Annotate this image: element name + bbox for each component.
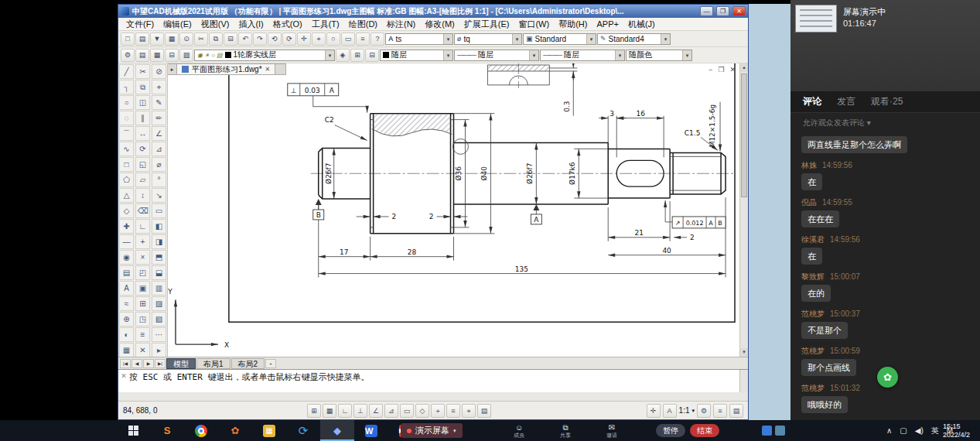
chevron-down-icon[interactable]: ▾ [661,34,670,44]
status-toggle-button[interactable]: ≡ [446,404,460,418]
menu-item[interactable]: 编辑(E) [159,19,196,30]
chevron-down-icon[interactable]: ▾ [691,408,695,414]
tab-add-icon[interactable]: + [265,359,276,368]
tool-icon[interactable]: ⟳ [135,142,150,156]
toolbar-button[interactable]: ⊙ [179,32,193,46]
scale-indicator[interactable]: 1:1 [679,406,690,415]
tool-icon[interactable]: ◨ [152,234,166,249]
tool-icon[interactable]: ∟ [135,219,150,234]
tool-icon[interactable]: ⊕ [119,312,134,326]
tool-icon[interactable]: ↘ [152,188,166,203]
tool-icon[interactable]: ▨ [152,296,166,311]
layer-state-button[interactable]: ⊟ [365,49,379,62]
tab-model[interactable]: 模型 [166,358,196,369]
scroll-up-icon[interactable]: ▲ [740,63,748,72]
color-combo[interactable]: 随层▾ [380,50,453,61]
document-tab[interactable]: 平面图形练习1.dwg* ✕ [177,63,275,75]
tool-icon[interactable]: ∥ [135,111,150,125]
tool-icon[interactable]: ╱ [119,64,134,79]
meeting-control-button[interactable]: ☺ 成员 [504,423,534,439]
volume-icon[interactable]: ◀) [915,426,924,435]
taskbar-clock[interactable]: 15:15 2022/4/2 [943,420,970,441]
tray-expand-icon[interactable]: ∧ [886,426,892,435]
doc-minimize-icon[interactable]: − [709,66,712,74]
tool-icon[interactable]: — [119,234,134,249]
menu-item[interactable]: 修改(M) [420,19,459,30]
menu-item[interactable]: 扩展工具(E) [459,19,514,30]
drawing-area[interactable]: ▸ 平面图形练习1.dwg* ✕ − ❐ ✕ [168,63,739,357]
tool-icon[interactable]: ◫ [135,95,150,110]
toolbar-button[interactable]: ? [370,32,384,46]
files-app-icon[interactable]: ▦ [252,420,286,441]
menu-item[interactable]: 机械(J) [623,19,660,30]
menu-item[interactable]: 标注(N) [382,19,420,30]
tab-nav-last[interactable]: ▶| [155,359,166,368]
tab-layout1[interactable]: 布局1 [196,358,230,369]
tool-icon[interactable]: ◰ [135,265,150,280]
tool-icon[interactable]: □ [119,157,134,172]
toolbar-button[interactable]: ⟲ [268,32,282,46]
doc-restore-icon[interactable]: ❐ [718,66,724,74]
maximize-button[interactable]: ❐ [716,6,729,16]
zwsoft-app-icon[interactable]: ✿ [218,420,252,441]
tool-icon[interactable]: ⌀ [152,157,166,172]
tool-icon[interactable]: ▣ [135,281,150,296]
toolbar-button[interactable]: ▼ [150,32,164,46]
tool-icon[interactable]: ┐ [119,80,134,94]
tool-icon[interactable]: △ [119,188,134,203]
close-button[interactable]: ✕ [732,6,746,16]
toolbar-button[interactable]: ○ [326,32,340,46]
menu-item[interactable]: 视图(V) [196,19,234,30]
toolbar-button[interactable]: ↶ [238,32,252,46]
tab-layout2[interactable]: 布局2 [231,358,265,369]
tab-nav-first[interactable]: |◀ [120,359,131,368]
tab-nav-prev[interactable]: ◀ [131,359,142,368]
tool-icon[interactable]: ⬠ [119,173,134,187]
tool-icon[interactable]: ◳ [135,312,150,326]
menu-item[interactable]: 窗口(W) [514,19,554,30]
status-toggle-button[interactable]: ▤ [477,404,491,418]
meeting-control-button[interactable]: ⧉ 共享 [551,423,580,439]
tool-icon[interactable]: ▸ [152,343,166,357]
tool-icon[interactable]: ⌫ [135,203,150,218]
tool-icon[interactable]: × [135,250,150,265]
tool-icon[interactable]: ▤ [119,265,134,280]
command-line[interactable]: ✕ 按 ESC 或 ENTER 键退出，或者单击鼠标右键显示快捷菜单。 [118,369,748,392]
document-tab-stub[interactable] [275,63,286,75]
menu-item[interactable]: 插入(I) [234,19,268,30]
toolbar-button[interactable]: ⟳ [282,32,296,46]
toolbar-button[interactable]: □ [121,32,135,46]
pause-button[interactable]: 暂停 [656,424,685,437]
tool-icon[interactable]: ⧉ [135,80,150,94]
tray-icon[interactable] [762,426,772,436]
toolbar-button[interactable]: ⧉ [209,32,223,46]
toolbar-button[interactable]: ⊟ [224,32,237,46]
tray-display-icon[interactable]: ▢ [900,426,907,435]
menu-item[interactable]: 格式(O) [268,19,307,30]
tool-icon[interactable]: ◉ [119,250,134,265]
menu-item[interactable]: 工具(T) [307,19,344,30]
tool-icon[interactable]: ⊿ [152,142,166,156]
tab-nav-next[interactable]: ▶ [143,359,154,368]
command-close-icon[interactable]: ✕ [118,370,129,392]
status-toggle-button[interactable]: ▭ [400,404,414,418]
dim-style-combo[interactable]: ⌀tq▾ [454,33,522,45]
scrollbar-thumb[interactable] [741,74,747,197]
table-style-combo[interactable]: ▣Standard▾ [523,33,596,45]
tool-icon[interactable]: ◱ [135,157,150,172]
tab-comments[interactable]: 评论 [803,95,821,108]
chevron-down-icon[interactable]: ▾ [325,50,334,60]
tool-icon[interactable]: ↔ [135,126,150,141]
tool-icon[interactable]: ✕ [135,343,150,357]
layer-state-button[interactable]: ◈ [336,49,350,62]
status-toggle-button[interactable]: ⊞ [307,404,321,418]
status-toggle-button[interactable]: ◇ [415,404,429,418]
tray-icon[interactable] [775,426,785,436]
chevron-down-icon[interactable]: ▾ [529,50,538,60]
toolbar-button[interactable]: ✛ [297,32,311,46]
menu-item[interactable]: APP+ [592,19,623,29]
layer-combo[interactable]: ◉☀○▤ 1轮廓实线层 ▾ [194,50,335,61]
language-indicator[interactable]: 英 [931,426,939,436]
drawing-canvas[interactable]: ⊥ 0.03 A ↗ 0.012 A B B [168,63,739,357]
tool-icon[interactable]: ▦ [119,343,134,357]
